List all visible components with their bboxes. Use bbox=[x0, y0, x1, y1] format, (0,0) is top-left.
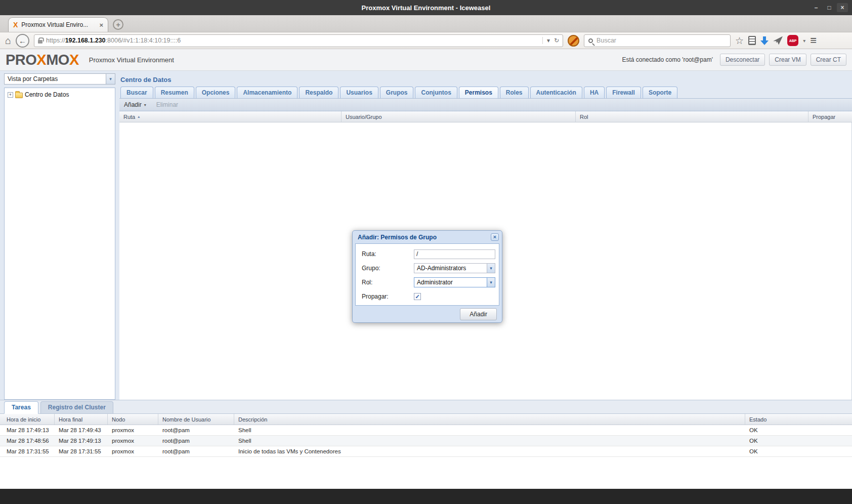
tab-roles[interactable]: Roles bbox=[500, 87, 529, 98]
field-row-rol: Rol: Administrator ▾ bbox=[362, 277, 499, 287]
dialog-footer: Añadir bbox=[353, 306, 502, 322]
column-label: Ruta bbox=[123, 114, 135, 120]
cell-hora-final: Mar 28 17:49:13 bbox=[55, 438, 108, 444]
bookmark-star-icon[interactable]: ☆ bbox=[735, 36, 744, 46]
search-box[interactable] bbox=[584, 34, 731, 47]
close-icon[interactable]: × bbox=[837, 3, 848, 12]
url-host: 192.168.1.230 bbox=[65, 37, 106, 44]
cell-nombre-usuario: root@pam bbox=[158, 427, 234, 433]
column-header-ruta[interactable]: Ruta ▴ bbox=[119, 111, 342, 122]
field-label: Grupo: bbox=[362, 265, 414, 272]
send-page-icon[interactable] bbox=[773, 36, 783, 45]
chevron-down-icon[interactable]: ▾ bbox=[487, 277, 495, 287]
tab-soporte[interactable]: Soporte bbox=[643, 87, 677, 98]
tab-opciones[interactable]: Opciones bbox=[196, 87, 236, 98]
tab-autenticacion[interactable]: Autenticación bbox=[530, 87, 582, 98]
content-block-icon[interactable] bbox=[568, 35, 579, 47]
page-title: Centro de Datos bbox=[119, 72, 852, 87]
tab-tareas[interactable]: Tareas bbox=[4, 401, 38, 414]
column-header-hora-inicio[interactable]: Hora de inicio bbox=[0, 414, 55, 425]
cell-estado: OK bbox=[745, 448, 852, 454]
tab-respaldo[interactable]: Respaldo bbox=[299, 87, 338, 98]
field-label: Rol: bbox=[362, 279, 414, 286]
chevron-down-icon[interactable]: ▾ bbox=[106, 74, 115, 84]
table-row[interactable]: Mar 28 17:31:55 Mar 28 17:31:55 proxmox … bbox=[0, 446, 852, 457]
grupo-select-value: AD-Administrators bbox=[414, 263, 487, 273]
column-header-descripcion[interactable]: Descripción bbox=[234, 414, 745, 425]
cell-nombre-usuario: root@pam bbox=[158, 448, 234, 454]
pve-header: PROXMOX Proxmox Virtual Environment Está… bbox=[0, 49, 852, 71]
bookmarks-library-icon[interactable] bbox=[748, 36, 756, 45]
view-select[interactable]: Vista por Carpetas ▾ bbox=[4, 73, 115, 85]
tab-close-icon[interactable]: × bbox=[99, 21, 103, 29]
reload-icon[interactable]: ↻ bbox=[554, 37, 559, 44]
dialog-header[interactable]: Añadir: Permisos de Grupo × bbox=[353, 231, 502, 243]
create-vm-button[interactable]: Crear VM bbox=[769, 54, 806, 66]
tab-ha[interactable]: HA bbox=[584, 87, 605, 98]
logo-part: X bbox=[36, 52, 46, 68]
tab-grupos[interactable]: Grupos bbox=[380, 87, 414, 98]
adblock-chevron-icon[interactable]: ▾ bbox=[803, 38, 805, 44]
browser-tab[interactable]: X Proxmox Virtual Enviro... × bbox=[8, 17, 108, 32]
maximize-icon[interactable]: □ bbox=[824, 3, 835, 12]
chevron-down-icon[interactable]: ▾ bbox=[487, 263, 495, 273]
column-header-nodo[interactable]: Nodo bbox=[108, 414, 158, 425]
column-header-usuario-grupo[interactable]: Usuario/Grupo bbox=[342, 111, 576, 122]
tab-buscar[interactable]: Buscar bbox=[120, 87, 153, 98]
cell-descripcion: Shell bbox=[234, 438, 745, 444]
column-header-rol[interactable]: Rol bbox=[576, 111, 808, 122]
new-tab-button[interactable]: + bbox=[113, 19, 123, 30]
propagar-checkbox[interactable]: ✓ bbox=[414, 293, 421, 300]
column-header-hora-final[interactable]: Hora final bbox=[55, 414, 108, 425]
tasks-panel: Tareas Registro del Cluster Hora de inic… bbox=[0, 400, 852, 489]
create-ct-button[interactable]: Crear CT bbox=[811, 54, 846, 66]
permissions-grid-header: Ruta ▴ Usuario/Grupo Rol Propagar bbox=[119, 111, 852, 122]
home-icon[interactable]: ⌂ bbox=[5, 35, 11, 46]
tab-conjuntos[interactable]: Conjuntos bbox=[415, 87, 457, 98]
url-bar[interactable]: https://192.168.1.230:8006/#v1:1:18:4:10… bbox=[34, 34, 563, 47]
proxmox-favicon-icon: X bbox=[13, 21, 18, 28]
tab-permisos[interactable]: Permisos bbox=[459, 87, 498, 98]
url-scheme: https:// bbox=[46, 37, 65, 44]
tab-registro-del-cluster[interactable]: Registro del Cluster bbox=[40, 401, 113, 413]
cell-nodo: proxmox bbox=[108, 427, 158, 433]
table-row[interactable]: Mar 28 17:49:13 Mar 28 17:49:43 proxmox … bbox=[0, 425, 852, 436]
resource-tree: + Centro de Datos bbox=[4, 88, 115, 400]
logout-button[interactable]: Desconectar bbox=[720, 54, 765, 66]
minimize-icon[interactable]: – bbox=[811, 3, 822, 12]
expander-icon[interactable]: + bbox=[8, 92, 13, 98]
add-button[interactable]: Añadir ▾ bbox=[124, 101, 146, 108]
grupo-select[interactable]: AD-Administrators ▾ bbox=[414, 263, 495, 273]
column-header-nombre-usuario[interactable]: Nombre de Usuario bbox=[158, 414, 234, 425]
window-controls: – □ × bbox=[811, 0, 848, 15]
cell-nombre-usuario: root@pam bbox=[158, 438, 234, 444]
column-header-estado[interactable]: Estado bbox=[745, 414, 852, 425]
remove-button[interactable]: Eliminar bbox=[156, 101, 178, 108]
url-actions: ▾ ↻ bbox=[542, 37, 559, 44]
table-row[interactable]: Mar 28 17:48:56 Mar 28 17:49:13 proxmox … bbox=[0, 436, 852, 446]
tab-usuarios[interactable]: Usuarios bbox=[340, 87, 378, 98]
back-button[interactable]: ← bbox=[16, 34, 29, 48]
column-header-propagar[interactable]: Propagar bbox=[808, 111, 852, 122]
dialog-add-button[interactable]: Añadir bbox=[460, 308, 497, 320]
tab-firewall[interactable]: Firewall bbox=[606, 87, 641, 98]
dialog-body: Ruta: Grupo: AD-Administrators ▾ Rol: Ad… bbox=[355, 243, 499, 306]
dialog-close-icon[interactable]: × bbox=[491, 233, 499, 241]
rol-select[interactable]: Administrator ▾ bbox=[414, 277, 495, 287]
downloads-icon[interactable] bbox=[760, 36, 769, 45]
search-icon bbox=[588, 38, 593, 43]
adblock-icon[interactable]: ABP bbox=[787, 35, 798, 46]
field-label: Propagar: bbox=[362, 293, 414, 300]
login-status: Está conectado como 'root@pam' bbox=[622, 56, 713, 63]
menu-icon[interactable]: ≡ bbox=[810, 35, 817, 46]
tab-resumen[interactable]: Resumen bbox=[155, 87, 194, 98]
tab-almacenamiento[interactable]: Almacenamiento bbox=[237, 87, 297, 98]
tree-node-datacenter[interactable]: + Centro de Datos bbox=[8, 91, 115, 98]
ruta-input[interactable] bbox=[414, 249, 495, 259]
url-dropdown-icon[interactable]: ▾ bbox=[547, 37, 550, 44]
rol-select-value: Administrator bbox=[414, 277, 487, 287]
url-rest: :8006/#v1:1:18:4:10:19::::6 bbox=[106, 37, 181, 44]
cell-descripcion: Shell bbox=[234, 427, 745, 433]
search-input[interactable] bbox=[597, 37, 726, 44]
product-name: Proxmox Virtual Environment bbox=[89, 56, 174, 64]
